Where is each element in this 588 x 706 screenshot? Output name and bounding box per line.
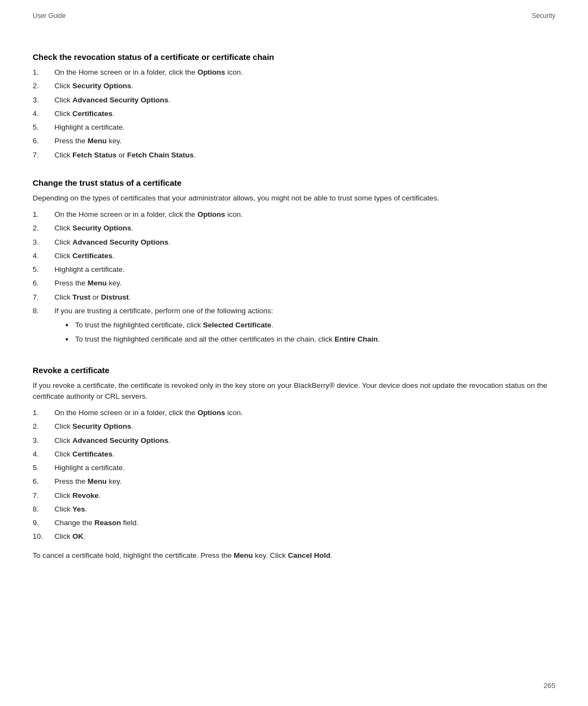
- step-item: 4. Click Certificates.: [33, 108, 555, 119]
- section-title-trust: Change the trust status of a certificate: [33, 178, 555, 187]
- section-intro-revoke: If you revoke a certificate, the certifi…: [33, 380, 555, 403]
- step-item: 5. Highlight a certificate.: [33, 264, 555, 275]
- step-number: 3.: [33, 237, 54, 248]
- step-item: 6. Press the Menu key.: [33, 476, 555, 487]
- bullet-dot: •: [65, 334, 75, 345]
- step-item: 2. Click Security Options.: [33, 223, 555, 234]
- header-left: User Guide: [33, 12, 66, 20]
- bullet-item: • To trust the highlighted certificate, …: [65, 320, 555, 331]
- step-number: 5.: [33, 264, 54, 275]
- step-item: 3. Click Advanced Security Options.: [33, 237, 555, 248]
- note-text-revoke: To cancel a certificate hold, highlight …: [33, 550, 555, 561]
- step-text: Click Yes.: [54, 504, 555, 515]
- step-number: 10.: [33, 531, 54, 542]
- step-item: 7. Click Revoke.: [33, 490, 555, 501]
- step-item: 5. Highlight a certificate.: [33, 122, 555, 133]
- header-right: Security: [532, 12, 555, 20]
- step-number: 6.: [33, 278, 54, 289]
- bullet-dot: •: [65, 320, 75, 331]
- step-item: 1. On the Home screen or in a folder, cl…: [33, 407, 555, 418]
- step-item: 7. Click Fetch Status or Fetch Chain Sta…: [33, 150, 555, 161]
- section-intro-trust: Depending on the types of certificates t…: [33, 193, 555, 204]
- step-number: 1.: [33, 407, 54, 418]
- step-text: Click Advanced Security Options.: [54, 237, 555, 248]
- step-number: 9.: [33, 518, 54, 528]
- step-item: 6. Press the Menu key.: [33, 278, 555, 289]
- step-number: 8.: [33, 306, 54, 348]
- step-text: Highlight a certificate.: [54, 122, 555, 133]
- bullet-text: To trust the highlighted certificate and…: [75, 334, 555, 345]
- step-list-revoke: 1. On the Home screen or in a folder, cl…: [33, 407, 555, 543]
- step-item: 3. Click Advanced Security Options.: [33, 435, 555, 446]
- step-text: On the Home screen or in a folder, click…: [54, 209, 555, 220]
- step-number: 4.: [33, 449, 54, 460]
- section-revocation-status: Check the revocation status of a certifi…: [33, 52, 555, 161]
- step-text: Click Certificates.: [54, 449, 555, 460]
- step-item: 4. Click Certificates.: [33, 449, 555, 460]
- step-item: 10. Click OK.: [33, 531, 555, 542]
- step-item: 6. Press the Menu key.: [33, 136, 555, 147]
- step-text: If you are trusting a certificate, perfo…: [54, 306, 555, 348]
- section-title-revoke: Revoke a certificate: [33, 366, 555, 375]
- step-number: 1.: [33, 209, 54, 220]
- step-text: Press the Menu key.: [54, 476, 555, 487]
- step-number: 3.: [33, 95, 54, 106]
- step-number: 6.: [33, 136, 54, 147]
- step-item: 9. Change the Reason field.: [33, 518, 555, 528]
- step-number: 2.: [33, 421, 54, 432]
- step-number: 2.: [33, 223, 54, 234]
- step-item: 8. Click Yes.: [33, 504, 555, 515]
- step-number: 4.: [33, 251, 54, 261]
- step-number: 2.: [33, 81, 54, 92]
- step-item: 2. Click Security Options.: [33, 81, 555, 92]
- step-list-trust: 1. On the Home screen or in a folder, cl…: [33, 209, 555, 348]
- step-text: Change the Reason field.: [54, 518, 555, 528]
- step-text: Click Security Options.: [54, 81, 555, 92]
- step-text: Highlight a certificate.: [54, 462, 555, 473]
- page-footer: 265: [543, 681, 555, 690]
- step-text: Press the Menu key.: [54, 136, 555, 147]
- step-number: 1.: [33, 67, 54, 78]
- bullet-item: • To trust the highlighted certificate a…: [65, 334, 555, 345]
- step-text: Click Certificates.: [54, 251, 555, 261]
- step-text: On the Home screen or in a folder, click…: [54, 67, 555, 78]
- step-text: Click Advanced Security Options.: [54, 435, 555, 446]
- step-item: 2. Click Security Options.: [33, 421, 555, 432]
- step-text: Press the Menu key.: [54, 278, 555, 289]
- step-list-revocation: 1. On the Home screen or in a folder, cl…: [33, 67, 555, 161]
- step-item: 3. Click Advanced Security Options.: [33, 95, 555, 106]
- section-title-revocation: Check the revocation status of a certifi…: [33, 52, 555, 62]
- section-trust-status: Change the trust status of a certificate…: [33, 178, 555, 348]
- step-number: 5.: [33, 122, 54, 133]
- step-item: 4. Click Certificates.: [33, 251, 555, 261]
- page-number: 265: [543, 681, 555, 690]
- step-item: 5. Highlight a certificate.: [33, 462, 555, 473]
- step-number: 7.: [33, 490, 54, 501]
- step-item: 1. On the Home screen or in a folder, cl…: [33, 209, 555, 220]
- step-text: On the Home screen or in a folder, click…: [54, 407, 555, 418]
- step-number: 6.: [33, 476, 54, 487]
- step-number: 7.: [33, 292, 54, 303]
- step-text: Click Certificates.: [54, 108, 555, 119]
- step-text: Click Security Options.: [54, 421, 555, 432]
- page-header: User Guide Security: [0, 0, 588, 20]
- step-number: 4.: [33, 108, 54, 119]
- main-content: Check the revocation status of a certifi…: [0, 52, 588, 561]
- step-number: 8.: [33, 504, 54, 515]
- step-text: Click Trust or Distrust.: [54, 292, 555, 303]
- step-number: 5.: [33, 462, 54, 473]
- step-text: Click Advanced Security Options.: [54, 95, 555, 106]
- step-number: 7.: [33, 150, 54, 161]
- step-text: Click Fetch Status or Fetch Chain Status…: [54, 150, 555, 161]
- step-item: 7. Click Trust or Distrust.: [33, 292, 555, 303]
- step-text: Click OK.: [54, 531, 555, 542]
- bullet-list-trust: • To trust the highlighted certificate, …: [65, 320, 555, 345]
- step-text: Highlight a certificate.: [54, 264, 555, 275]
- section-revoke-certificate: Revoke a certificate If you revoke a cer…: [33, 366, 555, 561]
- bullet-text: To trust the highlighted certificate, cl…: [75, 320, 555, 331]
- step-item: 8. If you are trusting a certificate, pe…: [33, 306, 555, 348]
- step-text: Click Revoke.: [54, 490, 555, 501]
- step-text: Click Security Options.: [54, 223, 555, 234]
- step-number: 3.: [33, 435, 54, 446]
- step-item: 1. On the Home screen or in a folder, cl…: [33, 67, 555, 78]
